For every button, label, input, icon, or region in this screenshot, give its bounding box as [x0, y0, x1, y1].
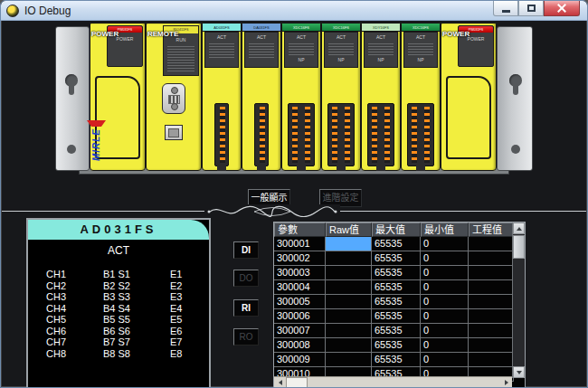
cell-min[interactable]: 0: [421, 309, 469, 324]
cell-max[interactable]: 65535: [372, 309, 421, 324]
cell-param[interactable]: 300003: [274, 266, 326, 280]
arrow-left-icon: [279, 380, 282, 385]
cell-param[interactable]: 300008: [274, 338, 326, 353]
cell-eng[interactable]: [469, 266, 514, 280]
ri-button[interactable]: RI: [233, 299, 259, 317]
maximize-button[interactable]: [518, 1, 544, 16]
cell-param[interactable]: 300007: [274, 324, 326, 338]
scroll-right-button[interactable]: [500, 377, 512, 388]
scroll-left-button[interactable]: [274, 377, 286, 388]
cell-param[interactable]: 300006: [274, 309, 326, 324]
cell-max[interactable]: 65535: [372, 237, 421, 251]
cell-max[interactable]: 65535: [372, 266, 421, 280]
cell-eng[interactable]: [469, 237, 514, 251]
channel-label: CH2: [46, 280, 103, 292]
cell-raw[interactable]: [326, 251, 372, 266]
status-panel: ACT NP: [364, 32, 398, 68]
cell-eng[interactable]: [469, 295, 514, 309]
cell-eng[interactable]: [469, 309, 514, 324]
cell-eng[interactable]: [469, 338, 514, 353]
e-label: E7: [170, 336, 209, 348]
cell-max[interactable]: 65535: [372, 338, 421, 353]
di-button[interactable]: DI: [233, 241, 259, 259]
cell-max[interactable]: 65535: [372, 251, 421, 266]
minimize-button[interactable]: [493, 1, 518, 16]
scroll-up-button[interactable]: [513, 222, 525, 234]
horizontal-scroll-thumb[interactable]: [286, 377, 308, 388]
horizontal-scrollbar[interactable]: [274, 376, 512, 388]
module-xdc16fs-1[interactable]: XDC16FS ACT NP: [281, 23, 321, 171]
terminal-pins: [384, 107, 390, 163]
vertical-scroll-thumb[interactable]: [513, 235, 525, 259]
pin-legend: [328, 42, 354, 56]
table-row: 300006 65535 0: [274, 309, 525, 324]
titlebar[interactable]: IO Debug: [1, 1, 587, 21]
cell-raw[interactable]: [326, 353, 372, 367]
app-icon: [6, 5, 19, 17]
maximize-icon: [527, 5, 536, 12]
pin-legend: [408, 42, 433, 56]
cell-min[interactable]: 0: [421, 280, 469, 295]
led-legend: [167, 44, 194, 71]
cell-param[interactable]: 300001: [274, 237, 326, 251]
vertical-scrollbar[interactable]: [512, 222, 525, 378]
cell-eng[interactable]: [469, 280, 514, 295]
col-header-max: 最大值: [372, 222, 421, 237]
cell-max[interactable]: 65535: [372, 353, 421, 367]
pin-legend: [289, 42, 314, 56]
module-remote-cpu[interactable]: REMOTE RIO411FS RUN: [146, 23, 202, 171]
cell-min[interactable]: 0: [421, 353, 469, 367]
cell-eng[interactable]: [469, 251, 514, 266]
col-header-raw: Raw值: [326, 222, 372, 237]
cell-param[interactable]: 300002: [274, 251, 326, 266]
pin-legend: [209, 42, 234, 60]
cell-param[interactable]: 300005: [274, 295, 326, 309]
module-power-right[interactable]: POWER PW031FS POWER: [441, 23, 497, 171]
terminal-pins: [372, 107, 377, 163]
ro-button[interactable]: RO: [233, 328, 259, 345]
db9-connector: [162, 83, 185, 114]
db9-pins: [168, 95, 180, 104]
close-button[interactable]: [544, 1, 580, 16]
module-xdy16fs[interactable]: XDY16FS ACT NP: [361, 23, 401, 171]
cell-min[interactable]: 0: [421, 266, 469, 280]
table-row: 300001 65535 0: [274, 237, 525, 251]
cell-raw[interactable]: [326, 295, 372, 309]
cell-max[interactable]: 65535: [372, 280, 421, 295]
np-label: NP: [325, 57, 357, 62]
cell-eng[interactable]: [469, 353, 514, 367]
cell-eng[interactable]: [469, 324, 514, 338]
cell-raw[interactable]: [326, 266, 372, 280]
cell-raw[interactable]: [326, 280, 372, 295]
cell-min[interactable]: 0: [421, 295, 469, 309]
module-ad031fs[interactable]: AD031FS ACT: [202, 23, 242, 171]
channel-row: CH7B7 S7E7: [46, 336, 209, 348]
cell-raw[interactable]: [326, 309, 372, 324]
terminal-pins: [345, 107, 350, 163]
cell-raw[interactable]: [326, 338, 372, 353]
cell-min[interactable]: 0: [421, 338, 469, 353]
terminal-block: [214, 103, 229, 166]
do-button[interactable]: DO: [233, 270, 259, 287]
module-da031fs[interactable]: DA031FS ACT: [242, 23, 281, 171]
terminal-pins: [305, 107, 310, 163]
remote-label: REMOTE: [147, 30, 178, 38]
cell-max[interactable]: 65535: [372, 324, 421, 338]
panel-label: ACT: [285, 34, 318, 40]
cell-max[interactable]: 65535: [372, 295, 421, 309]
module-xdc16fs-2[interactable]: XDC16FS ACT NP: [321, 23, 361, 171]
module-info-title: AD031FS: [28, 220, 209, 240]
power-label-left: POWER: [91, 30, 119, 38]
module-power-left[interactable]: POWER PW031FS POWER MIRLE: [90, 23, 146, 171]
module-xdc16fs-3[interactable]: XDC16FS ACT NP: [401, 23, 441, 171]
cell-param[interactable]: 300009: [274, 353, 326, 367]
arrow-down-icon: [517, 371, 522, 374]
cell-raw[interactable]: [326, 324, 372, 338]
cell-min[interactable]: 0: [421, 251, 469, 266]
cell-raw-selected[interactable]: [326, 237, 372, 251]
scroll-down-button[interactable]: [513, 366, 525, 378]
cell-min[interactable]: 0: [421, 237, 469, 251]
cell-min[interactable]: 0: [421, 324, 469, 338]
cell-param[interactable]: 300004: [274, 280, 326, 295]
channel-label: CH6: [46, 326, 103, 337]
